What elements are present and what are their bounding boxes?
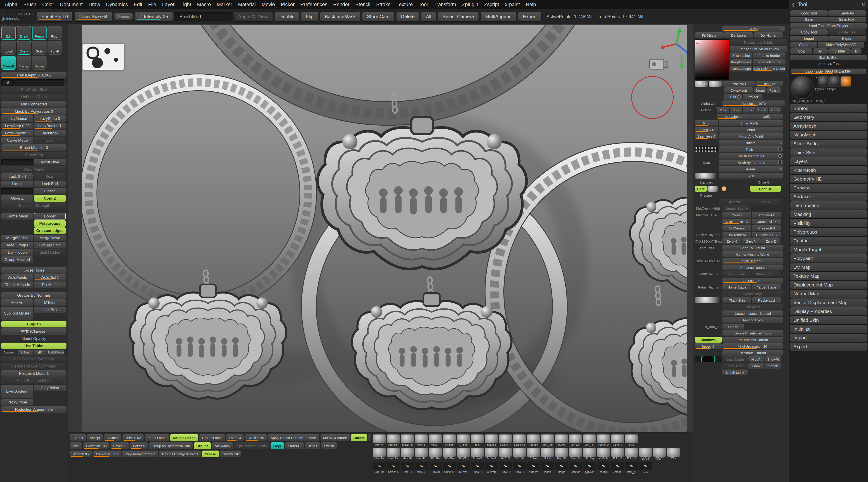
panel-button[interactable]: UnDivide Ratio bbox=[1, 94, 66, 100]
brush-thumb[interactable]: b_pinch bbox=[457, 434, 470, 447]
panel-button[interactable]: WeldDist 1 bbox=[34, 274, 66, 281]
panel-button[interactable]: RadialCount bbox=[47, 350, 65, 355]
brush-thumb[interactable]: ScalesSi bbox=[513, 434, 526, 447]
option-item[interactable]: Del Lower bbox=[724, 32, 753, 38]
tool-subpalette-header[interactable]: FiberMesh bbox=[790, 166, 867, 174]
tool-subpalette-header[interactable]: Polygroups bbox=[790, 228, 867, 236]
panel-button[interactable]: Groups Split bbox=[34, 242, 66, 249]
panel-button[interactable]: Frame Mesh bbox=[1, 213, 33, 220]
shelf-button[interactable]: Gxyz bbox=[271, 443, 284, 449]
panel-button[interactable]: Fix Mesh bbox=[34, 282, 66, 288]
brush-thumb[interactable]: 元宝 bbox=[639, 461, 652, 474]
mode-icon-button[interactable]: Floor bbox=[48, 26, 62, 40]
shelf-button[interactable]: Group As Dynamesh Sub bbox=[149, 443, 193, 449]
option-item[interactable]: % of decimation 20 bbox=[722, 343, 783, 349]
option-item[interactable]: Thick Skin bbox=[722, 297, 751, 303]
brush-thumb[interactable]: XMD_M bbox=[597, 448, 610, 460]
option-item[interactable]: Depth Mask bbox=[722, 370, 748, 375]
option-item[interactable] bbox=[694, 173, 718, 178]
brush-thumb[interactable]: MeshPr bbox=[401, 448, 414, 460]
option-item[interactable]: Freeze Border bbox=[753, 53, 785, 58]
panel-button[interactable]: MergeVisible bbox=[1, 235, 33, 241]
brush-thumb[interactable]: CurveSr bbox=[513, 461, 526, 474]
option-item[interactable]: Fatmir Fatmir bbox=[694, 284, 722, 290]
option-item[interactable]: Dots bbox=[694, 160, 718, 165]
shelf-button[interactable]: Switch bbox=[321, 443, 337, 449]
brush-thumb[interactable]: CurveSt bbox=[499, 461, 512, 474]
brush-thumb[interactable]: Move T bbox=[429, 434, 442, 447]
brush-thumb[interactable]: The_GIl bbox=[555, 448, 568, 460]
option-item[interactable]: Home Stage bbox=[722, 284, 751, 290]
option-item[interactable]: 35 k bbox=[730, 107, 742, 113]
mode-icon-button[interactable]: Persp bbox=[32, 26, 46, 40]
mode-icon-button[interactable]: Local bbox=[1, 41, 16, 55]
option-item[interactable]: FillObject bbox=[694, 32, 723, 38]
toolbar-button[interactable]: MultiAppend bbox=[481, 12, 516, 21]
option-item[interactable]: Standard bbox=[694, 179, 718, 185]
option-item[interactable]: UnCrease bbox=[722, 225, 751, 231]
tool-palette-button[interactable]: Copy Tool bbox=[790, 29, 828, 35]
toolbar-button[interactable]: Store Cam bbox=[362, 12, 394, 21]
option-item[interactable]: Zero X bbox=[722, 238, 741, 244]
option-item[interactable]: Crease PG bbox=[752, 225, 781, 231]
shelf-button[interactable]: DelMT bbox=[305, 443, 320, 449]
option-item[interactable] bbox=[708, 186, 718, 192]
option-item[interactable]: Blur bbox=[724, 94, 742, 100]
toolbar-button[interactable]: Angle Of View bbox=[234, 12, 273, 21]
tool-subpalette-header[interactable]: Normal Map bbox=[790, 290, 867, 298]
brush-thumb[interactable]: shuzhi bbox=[597, 461, 610, 474]
brush-thumb[interactable]: SK_Clos bbox=[457, 448, 470, 460]
menu-item[interactable]: Document bbox=[57, 1, 86, 8]
tool-subpalette-header[interactable]: Geometry HD bbox=[790, 175, 867, 183]
panel-button[interactable]: S bbox=[1, 79, 14, 86]
option-item[interactable]: Size bbox=[719, 173, 783, 178]
shelf-button[interactable]: Accept bbox=[87, 434, 103, 441]
tool-subpalette-header[interactable]: Deformation bbox=[790, 201, 867, 209]
tool-palette-button[interactable]: Lightbox►Tools bbox=[790, 61, 867, 67]
brush-thumb[interactable]: MoveEla bbox=[401, 434, 414, 447]
brush-thumb[interactable]: Morph bbox=[555, 461, 568, 474]
mode-icon-button[interactable]: Solo bbox=[32, 41, 46, 55]
mode-icon-button[interactable]: Transp bbox=[17, 56, 31, 70]
option-item[interactable] bbox=[694, 357, 722, 362]
menu-item[interactable]: Material bbox=[235, 1, 258, 8]
option-item[interactable]: Enhance Details bbox=[722, 264, 783, 271]
brush-thumb[interactable]: MaskRe bbox=[387, 448, 400, 460]
option-item[interactable]: Best bbox=[694, 186, 707, 192]
panel-button[interactable]: Cont Z bbox=[34, 195, 66, 202]
shelf-button[interactable]: Loops 4 bbox=[226, 434, 244, 441]
panel-button[interactable]: L.Sym bbox=[18, 350, 33, 355]
tool-subpalette-header[interactable]: Unified Skin bbox=[790, 316, 867, 324]
option-item[interactable]: MidValue 0 bbox=[717, 114, 749, 119]
panel-button[interactable]: Projection Strength bbox=[1, 202, 66, 209]
option-item[interactable]: Append Eyes bbox=[722, 317, 783, 323]
option-item[interactable]: Snap To Ground bbox=[722, 245, 783, 251]
option-item[interactable]: Paint S bbox=[709, 81, 722, 87]
shelf-button[interactable]: Bevel 50 bbox=[111, 443, 129, 449]
option-item[interactable]: Grow bbox=[748, 363, 765, 369]
panel-button[interactable]: Snap bbox=[34, 173, 66, 180]
shelf-button[interactable]: GrowMask bbox=[220, 451, 242, 457]
current-tool-thumbnail[interactable] bbox=[791, 77, 813, 98]
panel-button[interactable]: English bbox=[1, 321, 66, 328]
shelf-button[interactable]: Groups Changed Points bbox=[159, 451, 201, 457]
option-item[interactable]: Apply bbox=[750, 199, 781, 205]
tool-subpalette-header[interactable]: Morph Target bbox=[790, 246, 867, 254]
option-item[interactable]: Reconstruct Subdiv bbox=[730, 39, 787, 45]
option-item[interactable]: UnCrease PG bbox=[752, 232, 781, 237]
panel-button[interactable] bbox=[14, 79, 65, 86]
brush-thumb[interactable]: ZRe bbox=[667, 448, 680, 460]
brush-thumb[interactable]: SK_Slas bbox=[429, 448, 442, 460]
brush-thumb[interactable]: XMD_Te bbox=[541, 434, 554, 447]
menu-item[interactable]: x-paint bbox=[502, 1, 523, 8]
brush-thumb[interactable]: Folds 0 bbox=[611, 448, 624, 460]
option-item[interactable]: Shrink bbox=[765, 363, 781, 369]
shelf-button[interactable]: Polish 5 bbox=[130, 443, 148, 449]
option-item[interactable]: xzl002 Fatmir bbox=[694, 271, 722, 277]
shelf-button[interactable]: Crease bbox=[202, 451, 219, 457]
option-item[interactable]: Dist 0.02 bbox=[756, 81, 783, 87]
option-item[interactable]: Thickness bbox=[722, 304, 783, 310]
option-item[interactable]: Strokes Count bbox=[752, 271, 781, 277]
tool-subpalette-header[interactable]: Import bbox=[790, 334, 867, 342]
panel-button[interactable]: LazySmooth 0 bbox=[1, 130, 33, 137]
